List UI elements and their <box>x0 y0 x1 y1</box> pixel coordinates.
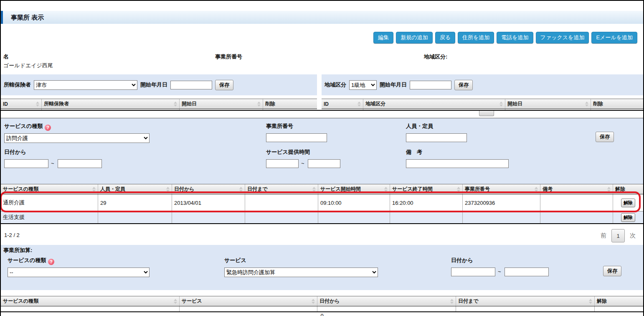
addition-date-from-input[interactable] <box>451 268 495 276</box>
service-table-header[interactable]: サービス終了時間 <box>390 184 463 194</box>
release-button[interactable]: 解除 <box>621 213 635 222</box>
cell-start-time: 09:10:00 <box>318 194 390 211</box>
cell-office-number <box>463 212 540 223</box>
help-icon[interactable]: ? <box>48 259 54 265</box>
back-button[interactable]: 戻る <box>435 32 455 43</box>
region-form-panel: 地域区分 1級地 開始年月日 保存 <box>322 74 643 95</box>
office-detail-page: 事業所 表示 編集 新規の追加 戻る 住所を追加 電話を追加 ファックスを追加 … <box>0 0 644 316</box>
service-office-number-input[interactable] <box>266 133 327 142</box>
pagination-range: 1-2 / 2 <box>4 232 20 238</box>
help-icon[interactable]: ? <box>45 125 51 131</box>
service-table-header[interactable]: 備考 <box>540 184 613 194</box>
region-table-header-delete: 削除 <box>591 99 643 109</box>
cell-start-time <box>318 212 390 223</box>
insurer-form-panel: 所轄保険者 津市 開始年月日 保存 <box>1 74 317 95</box>
insurer-save-button[interactable]: 保存 <box>215 80 233 90</box>
service-type-label: サービスの種類? <box>4 122 51 131</box>
sort-icon[interactable] <box>34 102 39 107</box>
region-select[interactable]: 1級地 <box>349 80 377 90</box>
region-table-header-start[interactable]: 開始日 <box>505 99 591 109</box>
region-table-header-id[interactable]: ID <box>322 99 363 109</box>
region-table-header-region[interactable]: 地域区分 <box>363 99 505 109</box>
service-table-header[interactable]: 日付まで <box>245 184 318 194</box>
service-table-header[interactable]: 日付から <box>172 184 245 194</box>
clipped-table-row <box>1 306 643 312</box>
sort-icon[interactable] <box>356 102 361 107</box>
addition-service-select[interactable]: 緊急時訪問介護加算 <box>224 268 378 277</box>
sort-icon[interactable] <box>172 102 177 107</box>
addition-date-to-input[interactable] <box>505 268 549 276</box>
pagination-page-1[interactable]: 1 <box>611 229 625 242</box>
cell-date-from: 2013/04/01 <box>172 194 245 211</box>
cell-service-type: 生活支援 <box>1 212 98 223</box>
cell-date-to <box>245 212 318 223</box>
cell-date-to <box>245 194 318 211</box>
service-time-end-input[interactable] <box>308 159 340 168</box>
addition-table-header[interactable]: 日付から <box>317 296 456 306</box>
add-new-button[interactable]: 新規の追加 <box>396 32 432 43</box>
region-save-button[interactable]: 保存 <box>454 80 473 90</box>
insurer-table-header-insurer[interactable]: 所轄保険者 <box>42 99 180 109</box>
service-save-button[interactable]: 保存 <box>596 132 614 142</box>
insurer-select[interactable]: 津市 <box>34 80 137 90</box>
remarks-input[interactable] <box>406 159 509 168</box>
service-date-from-input[interactable] <box>4 159 48 168</box>
sort-icon[interactable] <box>587 299 592 304</box>
insurer-table-header-id[interactable]: ID <box>1 99 42 109</box>
sort-icon[interactable] <box>455 187 460 192</box>
cell-capacity: 29 <box>98 194 172 211</box>
service-table-header[interactable]: サービス開始時間 <box>318 184 390 194</box>
sort-icon[interactable] <box>238 187 243 192</box>
pagination: 前 1 次 <box>601 229 636 242</box>
edit-button[interactable]: 編集 <box>373 32 393 43</box>
sort-icon[interactable] <box>310 299 315 304</box>
region-start-date-label: 開始年月日 <box>380 81 407 89</box>
sort-icon[interactable] <box>172 299 177 304</box>
addition-table-header[interactable]: 日付まで <box>456 296 595 306</box>
region-category-label: 地域区分: <box>424 53 447 61</box>
addition-type-select[interactable]: -- <box>8 268 150 277</box>
service-time-start-input[interactable] <box>266 159 299 168</box>
sort-icon[interactable] <box>91 187 96 192</box>
page-title: 事業所 表示 <box>11 11 44 24</box>
capacity-input[interactable] <box>406 133 467 142</box>
addition-table-header-release: 解除 <box>595 296 643 306</box>
sort-icon[interactable] <box>311 187 316 192</box>
addition-save-button[interactable]: 保存 <box>603 266 621 276</box>
pagination-prev[interactable]: 前 <box>601 232 606 240</box>
name-label: 名 <box>3 53 9 61</box>
release-button[interactable]: 解除 <box>621 199 635 207</box>
addition-table-header[interactable]: サービスの種類 <box>1 296 180 306</box>
addition-table-header[interactable]: サービス <box>180 296 317 306</box>
service-form-section: サービスの種類? 訪問介護 事業所番号 人員・定員 保存 日付から ~ サービス… <box>1 118 643 184</box>
add-address-button[interactable]: 住所を追加 <box>458 32 494 43</box>
service-type-select[interactable]: 訪問介護 <box>4 133 150 143</box>
service-date-to-input[interactable] <box>58 159 102 168</box>
service-table-header[interactable]: サービスの種類 <box>1 184 98 194</box>
sort-icon[interactable] <box>583 102 588 107</box>
add-email-button[interactable]: Eメールを追加 <box>591 32 637 43</box>
add-fax-button[interactable]: ファックスを追加 <box>536 32 589 43</box>
sort-icon[interactable] <box>165 187 170 192</box>
addition-date-from-label: 日付から <box>451 257 473 264</box>
sort-icon[interactable] <box>383 187 388 192</box>
insurer-table-header-delete: 削除 <box>263 99 317 109</box>
cell-end-time: 16:20:00 <box>390 194 463 211</box>
partial-hidden-button[interactable] <box>479 111 494 116</box>
sort-icon[interactable] <box>533 187 538 192</box>
sort-icon[interactable] <box>449 299 454 304</box>
insurer-start-date-input[interactable] <box>170 81 212 89</box>
sort-icon[interactable] <box>498 102 503 107</box>
name-value: ゴールドエイジ西尾 <box>3 62 53 69</box>
service-table-header[interactable]: 事業所番号 <box>463 184 540 194</box>
cell-date-from <box>172 212 245 223</box>
addition-service-label: サービス <box>224 257 246 264</box>
insurer-table-header-start[interactable]: 開始日 <box>180 99 263 109</box>
sort-icon[interactable] <box>256 102 261 107</box>
service-table-header[interactable]: 人員・定員 <box>98 184 172 194</box>
sort-icon[interactable] <box>606 187 611 192</box>
region-start-date-input[interactable] <box>410 81 451 89</box>
add-phone-button[interactable]: 電話を追加 <box>497 32 533 43</box>
pagination-next[interactable]: 次 <box>630 232 636 240</box>
service-date-from-label: 日付から <box>4 148 26 156</box>
